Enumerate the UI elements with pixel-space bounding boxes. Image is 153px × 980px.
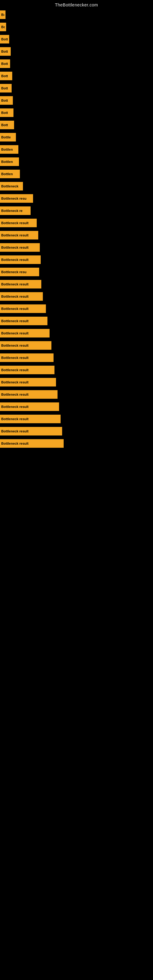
- bar: Bottleneck result: [0, 304, 46, 313]
- bar-row: Bottleneck result: [0, 376, 153, 388]
- bar-label: Bottleneck result: [1, 294, 29, 298]
- bar: Bottleneck re: [0, 207, 30, 215]
- bar-row: Bottleneck: [0, 180, 153, 192]
- bar-row: Bottleneck resu: [0, 266, 153, 278]
- bar-label: Bottleneck result: [1, 344, 29, 347]
- bar: Bott: [0, 84, 12, 92]
- bar-row: Bott: [0, 82, 153, 94]
- bar-label: Bott: [1, 86, 8, 90]
- bar-row: Bo: [0, 21, 153, 33]
- bar-label: Bottleneck result: [1, 393, 29, 396]
- bar: Bott: [0, 47, 11, 56]
- bar: Bottleneck result: [0, 341, 51, 350]
- bar-row: Bottleneck resu: [0, 192, 153, 205]
- bar: Bott: [0, 59, 10, 68]
- bar: Bottleneck result: [0, 366, 54, 374]
- bar-row: Bottleneck result: [0, 413, 153, 425]
- bar-label: Bottleneck result: [1, 233, 29, 237]
- bar: Bottleneck result: [0, 415, 61, 423]
- bar-label: Bottleneck result: [1, 282, 29, 286]
- bar: Bott: [0, 72, 12, 80]
- bar-label: Bottleneck result: [1, 258, 29, 261]
- bar-label: Bott: [1, 111, 8, 115]
- bar: Bottleneck result: [0, 329, 49, 337]
- bar-label: Bottleneck result: [1, 307, 29, 310]
- bar: Bottleneck result: [0, 378, 56, 387]
- bar-row: Bottleneck result: [0, 438, 153, 450]
- bar: Bottleneck result: [0, 390, 57, 399]
- bar-row: Bottleneck result: [0, 339, 153, 352]
- bar-row: Bott: [0, 45, 153, 57]
- bar: Bo: [0, 10, 5, 19]
- bar-row: Bottlen: [0, 168, 153, 180]
- bar-row: Bottleneck result: [0, 352, 153, 364]
- bar-row: Bottleneck result: [0, 302, 153, 315]
- bar: Bottleneck result: [0, 402, 59, 411]
- bar-row: Bottleneck result: [0, 425, 153, 438]
- bar: Bottlen: [0, 145, 18, 154]
- bar: Bott: [0, 35, 9, 43]
- bar: Bott: [0, 108, 13, 117]
- bar: Bottlen: [0, 158, 19, 166]
- bar-label: Bott: [1, 123, 8, 127]
- bar: Bottleneck result: [0, 231, 38, 240]
- bar-label: Bottleneck result: [1, 405, 29, 409]
- bar: Bottle: [0, 133, 16, 142]
- bar-label: Bottle: [1, 135, 11, 139]
- bar: Bottleneck result: [0, 317, 48, 325]
- bar-label: Bott: [1, 62, 8, 65]
- bar-label: Bottleneck result: [1, 319, 29, 323]
- bar-row: Bott: [0, 70, 153, 82]
- bar-row: Bottle: [0, 131, 153, 143]
- bar-label: Bottleneck result: [1, 430, 29, 433]
- bar-label: Bottlen: [1, 148, 13, 151]
- bar-row: Bottleneck result: [0, 388, 153, 401]
- bar-label: Bott: [1, 74, 8, 78]
- bar-label: Bottleneck: [1, 185, 18, 188]
- bar-label: Bottleneck result: [1, 442, 29, 445]
- bar-label: Bottlen: [1, 160, 13, 164]
- bar-row: Bottleneck result: [0, 401, 153, 413]
- bar-row: Bottleneck result: [0, 254, 153, 266]
- site-title: TheBottlenecker.com: [0, 0, 153, 9]
- bar-row: Bo: [0, 9, 153, 21]
- bar: Bottleneck result: [0, 280, 41, 288]
- bar: Bott: [0, 96, 13, 105]
- bar-label: Bottleneck result: [1, 356, 29, 360]
- bar-row: Bottleneck result: [0, 278, 153, 290]
- bar-row: Bott: [0, 57, 153, 70]
- bars-container: BoBoBottBottBottBottBottBottBottBottBott…: [0, 9, 153, 450]
- bar-row: Bott: [0, 94, 153, 107]
- bar-row: Bottleneck result: [0, 241, 153, 254]
- bar: Bo: [0, 23, 6, 31]
- bar: Bottleneck result: [0, 255, 41, 264]
- bar-row: Bottleneck result: [0, 290, 153, 302]
- bar-label: Bottleneck result: [1, 417, 29, 421]
- bar-label: Bottleneck result: [1, 368, 29, 372]
- bar-row: Bottleneck result: [0, 229, 153, 241]
- bar: Bottleneck result: [0, 439, 64, 448]
- bar-label: Bottleneck result: [1, 221, 29, 225]
- bar: Bottleneck result: [0, 219, 37, 227]
- bar-label: Bottlen: [1, 172, 13, 176]
- bar: Bottleneck: [0, 182, 23, 191]
- bar-label: Bottleneck resu: [1, 197, 27, 200]
- bar: Bottleneck resu: [0, 268, 39, 276]
- bar: Bottleneck result: [0, 353, 54, 362]
- bar-row: Bottleneck result: [0, 327, 153, 339]
- bar-label: Bott: [1, 37, 8, 41]
- bar-row: Bottlen: [0, 156, 153, 168]
- bar-row: Bott: [0, 33, 153, 45]
- bar-row: Bott: [0, 119, 153, 131]
- bar-label: Bott: [1, 49, 8, 53]
- bar: Bott: [0, 121, 14, 129]
- bar-row: Bott: [0, 107, 153, 119]
- bar-label: Bo: [1, 13, 4, 16]
- bar-label: Bottleneck resu: [1, 270, 27, 274]
- bar-label: Bottleneck re: [1, 209, 22, 213]
- bar-label: Bottleneck result: [1, 380, 29, 384]
- bar: Bottleneck result: [0, 243, 40, 252]
- bar-label: Bottleneck result: [1, 331, 29, 335]
- bar: Bottleneck result: [0, 427, 62, 436]
- bar-row: Bottleneck result: [0, 315, 153, 327]
